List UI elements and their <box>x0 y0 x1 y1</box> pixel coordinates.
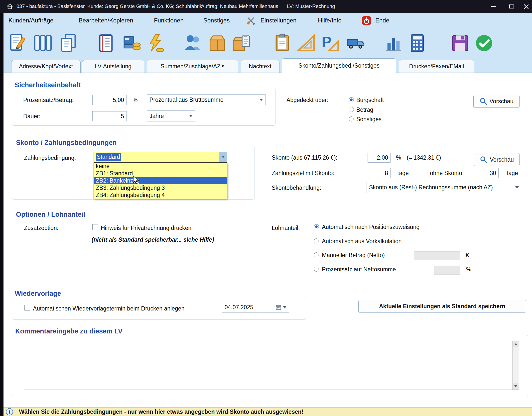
ohne-tage-label: Tage <box>506 170 518 177</box>
calendar-icon[interactable] <box>273 302 289 312</box>
dropdown-option-keine[interactable]: keine <box>94 163 227 170</box>
abgedeckt-label: Abgedeckt über: <box>286 97 328 104</box>
set-square-icon[interactable] <box>296 33 316 53</box>
cash-register-icon[interactable] <box>122 33 142 53</box>
ziel-tage-label: Tage <box>396 170 409 177</box>
svg-text:P: P <box>322 34 331 50</box>
tab-summen-zuschlaege[interactable]: Summen/Zuschläge/AZ's <box>147 60 238 73</box>
radio-lohn-vorkalkulation-label: Automatisch aus Vorkalkulation <box>322 238 402 245</box>
tab-nachtext[interactable]: Nachtext <box>241 60 279 73</box>
truck-icon[interactable] <box>346 33 366 53</box>
skonto-unit: % <box>396 154 401 161</box>
scroll-down-icon[interactable] <box>513 383 519 390</box>
scroll-up-icon[interactable] <box>513 341 519 347</box>
wiedervorlage-date-field[interactable]: 04.07.2025 <box>222 302 289 313</box>
radio-lohn-prozentsatz[interactable] <box>314 267 319 272</box>
save-settings-button[interactable]: Aktuelle Einstellungen als Standard spei… <box>358 300 526 313</box>
chevron-down-icon <box>513 182 521 193</box>
radio-lohn-vorkalkulation[interactable] <box>314 238 319 243</box>
wiedervorlage-checkbox[interactable] <box>24 305 30 311</box>
dauer-input[interactable]: 5 <box>92 111 127 121</box>
home-icon <box>6 3 13 11</box>
radio-buergschaft[interactable] <box>349 97 354 102</box>
dropdown-option-zb2[interactable]: ZB2: Bankeinzug <box>94 177 227 184</box>
skonto-label: Skonto (aus 67.115,26 €): <box>272 154 337 161</box>
minimize-icon <box>491 6 496 7</box>
skontobehandlung-value: Skonto aus (Rest-) Rechnungssumme (nach … <box>369 184 493 191</box>
clipboard-icon[interactable] <box>272 33 292 53</box>
delivery-note-icon[interactable] <box>231 33 252 53</box>
chevron-down-icon[interactable] <box>219 152 227 162</box>
bar-chart-icon[interactable] <box>383 33 404 53</box>
measurement-icon[interactable]: P <box>320 33 340 53</box>
index-register-icon[interactable] <box>33 33 53 53</box>
einbehalt-modus-value: Prozentual aus Bruttosumme <box>149 97 224 103</box>
menu-bearbeiten-kopieren[interactable]: Bearbeiten/Kopieren <box>79 17 133 24</box>
titlebar-order: Auftrag: Neubau Mehrfamilienhaus <box>201 3 278 9</box>
copy-documents-icon[interactable] <box>58 33 79 53</box>
minimize-button[interactable] <box>488 0 499 13</box>
radio-lohn-positionszuweisung[interactable] <box>314 224 319 229</box>
dauer-unit-value: Jahre <box>149 113 164 119</box>
skonto-prozent-input[interactable]: 2,00 <box>368 153 391 163</box>
tab-skonto-zahlungsbed[interactable]: Skonto/Zahlungsbed./Sonstiges <box>282 58 396 73</box>
zahlungsziel-input[interactable]: 8 <box>366 168 391 178</box>
maximize-button[interactable] <box>506 0 517 13</box>
address-book-icon[interactable] <box>96 33 117 53</box>
radio-buergschaft-label: Bürgschaft <box>356 97 384 104</box>
kommentar-scrollbar[interactable] <box>512 341 519 390</box>
radio-betrag[interactable] <box>349 107 354 112</box>
package-icon[interactable] <box>207 33 228 53</box>
kommentar-heading: Kommentareingabe zu diesem LV <box>13 327 125 335</box>
contacts-icon[interactable] <box>183 33 204 53</box>
tab-drucken-faxen-email[interactable]: Drucken/Faxen/EMail <box>399 60 474 73</box>
zahlungsziel-label: Zahlungsziel mit Skonto: <box>272 170 334 177</box>
radio-lohn-manuell[interactable] <box>314 252 319 257</box>
edit-document-icon[interactable] <box>7 33 28 53</box>
tab-lv-aufstellung[interactable]: LV-Aufstellung <box>82 60 144 73</box>
kommentar-textarea[interactable] <box>24 341 519 390</box>
menu-hilfe-info[interactable]: Hilfe/Info <box>318 17 342 24</box>
radio-sonstiges[interactable] <box>349 116 354 121</box>
background-window-strip <box>0 13 3 416</box>
vorschau-button-skonto[interactable]: Vorschau <box>474 153 520 166</box>
einbehalt-modus-select[interactable]: Prozentual aus Bruttosumme <box>147 94 266 105</box>
close-button[interactable] <box>521 0 532 13</box>
tools-icon <box>245 15 257 27</box>
power-icon <box>361 15 372 27</box>
menu-kunden-auftraege[interactable]: Kunden/Aufträge <box>8 17 53 24</box>
prozentsatz-input[interactable]: 5,00 <box>92 95 127 105</box>
info-icon: i <box>5 408 13 416</box>
ohne-skonto-input[interactable]: 30 <box>476 168 499 178</box>
lohn-manuell-input[interactable] <box>414 251 460 260</box>
privatrechnung-label: Hinweis für Privatrechnung drucken <box>101 225 191 231</box>
quick-billing-icon[interactable] <box>145 33 166 53</box>
magnifier-icon <box>480 156 487 163</box>
chevron-down-icon <box>257 95 265 105</box>
skonto-calc: (= 1342,31 €) <box>407 154 441 161</box>
menu-ende[interactable]: Ende <box>375 17 389 24</box>
menu-sonstiges[interactable]: Sonstiges <box>203 17 230 24</box>
zahlungsbedingung-combobox[interactable]: Standard <box>94 152 227 162</box>
menu-einstellungen[interactable]: Einstellungen <box>261 17 296 24</box>
radio-sonstiges-label: Sonstiges <box>356 116 382 123</box>
lohn-prozentsatz-input[interactable] <box>434 266 460 275</box>
save-icon[interactable] <box>450 33 470 53</box>
vorschau-label: Vorschau <box>490 156 514 163</box>
dropdown-option-zb3[interactable]: ZB3: Zahlungsbedingung 3 <box>94 184 227 192</box>
calculator-icon[interactable] <box>407 33 427 53</box>
tab-adresse-kopf-vortext[interactable]: Adresse/Kopf/Vortext <box>11 60 81 73</box>
dauer-unit-select[interactable]: Jahre <box>147 110 195 121</box>
privatrechnung-checkbox[interactable] <box>92 224 98 230</box>
mouse-cursor <box>132 176 141 186</box>
prozentsatz-label: Prozentsatz/Betrag: <box>23 97 74 104</box>
vorschau-button-sicherheit[interactable]: Vorschau <box>473 95 520 108</box>
dropdown-option-zb4[interactable]: ZB4: Zahlungsbedingung 4 <box>94 192 227 199</box>
skontobehandlung-select[interactable]: Skonto aus (Rest-) Rechnungssumme (nach … <box>367 182 521 193</box>
window-title: 037 - baufaktura - Basisfenster <box>16 3 85 9</box>
wiedervorlage-checkbox-label: Automatischen Wiedervorlagetermin beim D… <box>33 305 184 312</box>
confirm-icon[interactable] <box>474 33 494 53</box>
menu-funktionen[interactable]: Funktionen <box>154 17 184 24</box>
dropdown-option-zb1[interactable]: ZB1: Standard <box>94 170 227 177</box>
statusbar-message: Wählen Sie die Zahlungsbedingungen - nur… <box>19 409 303 415</box>
